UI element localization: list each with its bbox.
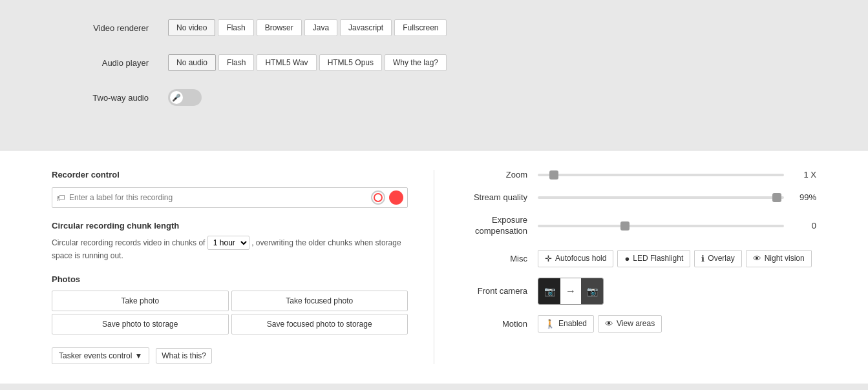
motion-enabled-button[interactable]: 🚶 Enabled bbox=[538, 315, 594, 333]
tasker-dropdown-icon: ▼ bbox=[134, 351, 142, 360]
camera-arrow-icon: → bbox=[563, 285, 578, 297]
save-focused-photo-button[interactable]: Save focused photo to storage bbox=[231, 314, 408, 334]
motion-buttons: 🚶 Enabled 👁 View areas bbox=[538, 315, 662, 333]
two-way-audio-row: Two-way audio 🎤 bbox=[52, 89, 816, 106]
top-section: Video renderer No video Flash Browser Ja… bbox=[0, 0, 868, 150]
view-areas-label: View areas bbox=[617, 319, 655, 328]
take-focused-photo-button[interactable]: Take focused photo bbox=[231, 291, 408, 311]
night-vision-button[interactable]: 👁 Night vision bbox=[746, 250, 812, 267]
motion-label: Motion bbox=[460, 319, 538, 329]
recorder-control-title: Recorder control bbox=[52, 170, 408, 180]
exposure-slider-container bbox=[538, 225, 784, 227]
camera-switch[interactable]: 📷 → 📷 bbox=[538, 278, 604, 305]
camera-right-icon: 📷 bbox=[587, 286, 598, 296]
front-camera-label: Front camera bbox=[460, 286, 538, 296]
audio-option-whylag[interactable]: Why the lag? bbox=[385, 54, 447, 71]
video-option-browser[interactable]: Browser bbox=[257, 19, 302, 36]
video-option-java[interactable]: Java bbox=[304, 19, 337, 36]
camera-left-icon: 📷 bbox=[544, 286, 555, 296]
circular-recording-description: Circular recording records video in chun… bbox=[52, 236, 408, 262]
video-renderer-label: Video renderer bbox=[52, 23, 168, 33]
chunk-desc-prefix: Circular recording records video in chun… bbox=[52, 238, 205, 247]
toggle-track[interactable]: 🎤 bbox=[168, 89, 202, 106]
motion-enabled-label: Enabled bbox=[558, 319, 587, 328]
night-vision-icon: 👁 bbox=[753, 254, 761, 263]
stream-quality-slider[interactable] bbox=[538, 196, 784, 199]
left-panel: Recorder control 🏷 Circular recording ch… bbox=[52, 170, 434, 364]
overlay-label: Overlay bbox=[708, 254, 734, 263]
video-option-no-video[interactable]: No video bbox=[168, 19, 215, 36]
two-way-audio-label: Two-way audio bbox=[52, 93, 168, 103]
photos-grid: Take photo Take focused photo Save photo… bbox=[52, 291, 408, 334]
photos-title: Photos bbox=[52, 274, 408, 284]
take-photo-button[interactable]: Take photo bbox=[52, 291, 229, 311]
audio-option-flash[interactable]: Flash bbox=[218, 54, 254, 71]
audio-option-html5wav[interactable]: HTML5 Wav bbox=[257, 54, 316, 71]
tasker-events-button[interactable]: Tasker events control ▼ bbox=[52, 347, 149, 364]
audio-option-no-audio[interactable]: No audio bbox=[168, 54, 216, 71]
stream-quality-value: 99% bbox=[784, 192, 816, 202]
recorder-label-input[interactable] bbox=[69, 193, 367, 202]
audio-player-options: No audio Flash HTML5 Wav HTML5 Opus Why … bbox=[168, 54, 447, 71]
camera-left-box: 📷 bbox=[538, 278, 560, 304]
record-start-button[interactable] bbox=[371, 190, 385, 205]
motion-walk-icon: 🚶 bbox=[545, 319, 555, 329]
led-label: LED Flashlight bbox=[633, 254, 683, 263]
record-ring-icon bbox=[374, 193, 383, 202]
save-photo-button[interactable]: Save photo to storage bbox=[52, 314, 229, 334]
tasker-row: Tasker events control ▼ What is this? bbox=[52, 347, 408, 364]
exposure-row: Exposure compensation 0 bbox=[460, 215, 816, 237]
tag-icon: 🏷 bbox=[56, 192, 65, 203]
stream-quality-slider-container bbox=[538, 196, 784, 199]
recorder-input-container: 🏷 bbox=[52, 187, 408, 208]
exposure-label: Exposure compensation bbox=[460, 215, 538, 237]
chunk-duration-select[interactable]: 1 hour bbox=[207, 236, 249, 250]
video-option-fullscreen[interactable]: Fullscreen bbox=[394, 19, 447, 36]
zoom-value: 1 X bbox=[784, 170, 816, 180]
video-renderer-row: Video renderer No video Flash Browser Ja… bbox=[52, 19, 816, 36]
stream-quality-label: Stream quality bbox=[460, 192, 538, 202]
zoom-slider[interactable] bbox=[538, 174, 784, 176]
video-option-flash[interactable]: Flash bbox=[218, 19, 253, 36]
led-flashlight-button[interactable]: ● LED Flashlight bbox=[617, 250, 690, 267]
night-vision-label: Night vision bbox=[765, 254, 805, 263]
overlay-icon: ℹ bbox=[701, 254, 704, 263]
toggle-thumb: 🎤 bbox=[170, 91, 183, 104]
audio-option-html5opus[interactable]: HTML5 Opus bbox=[319, 54, 382, 71]
led-icon: ● bbox=[624, 254, 630, 263]
overlay-button[interactable]: ℹ Overlay bbox=[694, 250, 741, 267]
autofocus-icon: ✛ bbox=[545, 254, 552, 263]
tasker-label: Tasker events control bbox=[59, 351, 132, 360]
microphone-icon: 🎤 bbox=[172, 94, 181, 102]
bottom-section: Recorder control 🏷 Circular recording ch… bbox=[0, 150, 868, 384]
exposure-value: 0 bbox=[784, 221, 816, 231]
audio-player-label: Audio player bbox=[52, 58, 168, 68]
circular-recording-title: Circular recording chunk length bbox=[52, 221, 408, 231]
video-option-javascript[interactable]: Javascript bbox=[340, 19, 392, 36]
misc-row: Misc ✛ Autofocus hold ● LED Flashlight ℹ… bbox=[460, 250, 816, 267]
what-is-this-button[interactable]: What is this? bbox=[156, 348, 212, 364]
front-camera-row: Front camera 📷 → 📷 bbox=[460, 278, 816, 305]
zoom-slider-container bbox=[538, 174, 784, 176]
autofocus-hold-button[interactable]: ✛ Autofocus hold bbox=[538, 250, 613, 267]
camera-right-box: 📷 bbox=[581, 278, 603, 304]
stream-quality-row: Stream quality 99% bbox=[460, 192, 816, 202]
misc-label: Misc bbox=[460, 250, 538, 263]
audio-player-row: Audio player No audio Flash HTML5 Wav HT… bbox=[52, 54, 816, 71]
zoom-label: Zoom bbox=[460, 170, 538, 180]
video-renderer-options: No video Flash Browser Java Javascript F… bbox=[168, 19, 447, 36]
misc-buttons: ✛ Autofocus hold ● LED Flashlight ℹ Over… bbox=[538, 250, 816, 267]
zoom-row: Zoom 1 X bbox=[460, 170, 816, 180]
motion-row: Motion 🚶 Enabled 👁 View areas bbox=[460, 315, 816, 333]
right-panel: Zoom 1 X Stream quality 99% Exposure com… bbox=[434, 170, 816, 364]
record-stop-button[interactable] bbox=[389, 190, 403, 205]
exposure-slider[interactable] bbox=[538, 225, 784, 227]
view-areas-button[interactable]: 👁 View areas bbox=[598, 315, 662, 333]
two-way-audio-toggle[interactable]: 🎤 bbox=[168, 89, 202, 106]
autofocus-label: Autofocus hold bbox=[555, 254, 606, 263]
view-areas-icon: 👁 bbox=[605, 319, 613, 329]
